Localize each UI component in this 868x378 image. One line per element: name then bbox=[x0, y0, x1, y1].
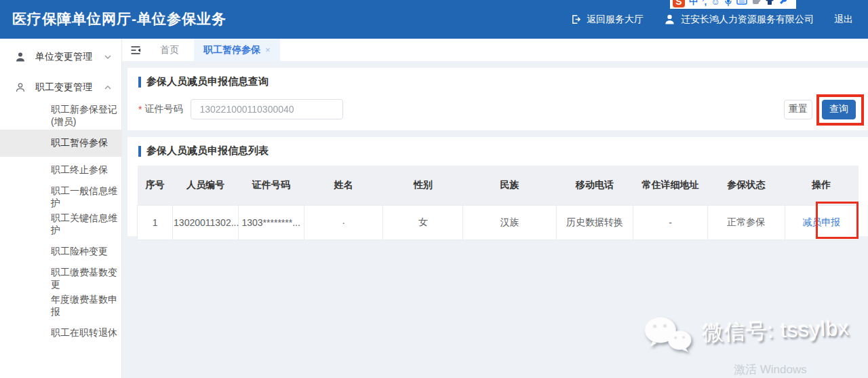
exit-door-icon bbox=[571, 14, 581, 24]
user-icon bbox=[664, 14, 675, 25]
punctuation-icon[interactable]: ’, bbox=[702, 0, 707, 9]
cell-ethnic: 汉族 bbox=[463, 206, 556, 240]
col-id-no: 证件号码 bbox=[238, 166, 304, 206]
wechat-icon bbox=[642, 313, 695, 357]
query-panel: 参保人员减员申报信息查询 * 证件号码 重置 查询 bbox=[127, 68, 868, 130]
required-mark: * bbox=[138, 104, 142, 115]
col-person-no: 人员编号 bbox=[173, 166, 239, 206]
section-bar-icon bbox=[138, 146, 141, 157]
sidebar-menu: 单位变更管理 职工变更管理 职工新参保登记(增员) 职工暂停参保 职工终止参保 … bbox=[0, 39, 121, 342]
wechat-watermark: 微信号: tssylbx bbox=[642, 307, 850, 357]
tab-home[interactable]: 首页 bbox=[160, 44, 179, 56]
col-ethnic: 民族 bbox=[463, 166, 556, 206]
declare-list-table: 序号 人员编号 证件号码 姓名 性别 民族 移动电话 常住详细地址 参保状态 操… bbox=[137, 166, 859, 240]
search-button[interactable]: 查询 bbox=[822, 100, 856, 119]
col-gender: 性别 bbox=[383, 166, 463, 206]
person-outline-icon bbox=[15, 82, 26, 93]
close-tab-icon[interactable]: × bbox=[265, 45, 271, 55]
table-row: 1 13020011302... 1303********... · 女 汉族 … bbox=[138, 206, 859, 240]
cell-gender: 女 bbox=[383, 206, 463, 240]
app-window: 医疗保障单位网厅-单位参保业务 返回服务大厅 迁安长鸿人力资源服务有限公司 退出… bbox=[0, 0, 868, 378]
emoji-icon[interactable]: ☺ bbox=[711, 0, 719, 9]
tab-suspend-insurance[interactable]: 职工暂停参保 × bbox=[194, 39, 280, 61]
microphone-icon[interactable] bbox=[724, 0, 732, 9]
company-name: 迁安长鸿人力资源服务有限公司 bbox=[681, 14, 814, 26]
cell-seq: 1 bbox=[138, 206, 173, 240]
col-seq: 序号 bbox=[138, 166, 173, 206]
query-form-row: * 证件号码 重置 查询 bbox=[138, 99, 856, 119]
wrench-icon[interactable] bbox=[778, 0, 788, 9]
list-panel: 参保人员减员申报信息列表 序号 人员编号 证件号码 姓名 性别 民族 移动电话 … bbox=[127, 137, 868, 236]
keyboard-icon[interactable] bbox=[736, 0, 747, 9]
windows-activate-watermark: 激活 Windows bbox=[734, 362, 807, 377]
col-mobile: 移动电话 bbox=[556, 166, 633, 206]
col-address: 常住详细地址 bbox=[633, 166, 707, 206]
cell-person-no: 13020011302... bbox=[173, 206, 239, 240]
query-section-title: 参保人员减员申报信息查询 bbox=[127, 68, 868, 88]
sidebar-item-key-info[interactable]: 职工关键信息维护 bbox=[0, 211, 121, 238]
cell-mobile: 历史数据转换 bbox=[556, 206, 633, 240]
skin-icon[interactable] bbox=[765, 0, 774, 9]
chevron-up-icon bbox=[104, 83, 112, 92]
col-action: 操作 bbox=[785, 166, 859, 206]
account-menu[interactable]: 迁安长鸿人力资源服务有限公司 bbox=[664, 14, 814, 26]
cell-name: · bbox=[304, 206, 383, 240]
menu-fold-icon[interactable] bbox=[130, 45, 141, 56]
sidebar-item-new-enrollment[interactable]: 职工新参保登记(增员) bbox=[0, 102, 121, 130]
sidebar-item-annual-base-declare[interactable]: 年度缴费基数申报 bbox=[0, 292, 121, 320]
tab-bar: 首页 职工暂停参保 × bbox=[122, 39, 868, 61]
person-filled-icon bbox=[15, 52, 26, 62]
sidebar-item-suspend-insurance[interactable]: 职工暂停参保 bbox=[0, 130, 121, 157]
table-header-row: 序号 人员编号 证件号码 姓名 性别 民族 移动电话 常住详细地址 参保状态 操… bbox=[138, 166, 859, 206]
sidebar-group-unit-change[interactable]: 单位变更管理 bbox=[0, 41, 121, 72]
sidebar-item-payment-base-change[interactable]: 职工缴费基数变更 bbox=[0, 265, 121, 292]
sidebar-item-terminate-insurance[interactable]: 职工终止参保 bbox=[0, 157, 121, 184]
sidebar-group-employee-change[interactable]: 职工变更管理 bbox=[0, 72, 121, 102]
col-status: 参保状态 bbox=[707, 166, 785, 206]
reduce-declare-link[interactable]: 减员申报 bbox=[785, 206, 859, 240]
id-number-input[interactable] bbox=[191, 99, 343, 119]
col-name: 姓名 bbox=[304, 166, 383, 206]
id-number-label: 证件号码 bbox=[144, 103, 182, 115]
reset-button[interactable]: 重置 bbox=[784, 100, 812, 119]
sidebar-item-insurance-type-change[interactable]: 职工险种变更 bbox=[0, 238, 121, 265]
cell-address: - bbox=[633, 206, 707, 240]
chevron-down-icon bbox=[104, 53, 112, 61]
page-title: 医疗保障单位网厅-单位参保业务 bbox=[12, 10, 226, 29]
list-section-title: 参保人员减员申报信息列表 bbox=[127, 137, 868, 157]
cell-id-no: 1303********... bbox=[238, 206, 304, 240]
handwriting-icon[interactable] bbox=[751, 0, 761, 9]
sidebar-item-retire-transfer[interactable]: 职工在职转退休 bbox=[0, 320, 121, 342]
wechat-id-text: 微信号: tssylbx bbox=[702, 314, 850, 348]
sidebar-item-general-info[interactable]: 职工一般信息维护 bbox=[0, 184, 121, 211]
cell-status: 正常参保 bbox=[707, 206, 785, 240]
section-bar-icon bbox=[138, 77, 141, 88]
sogou-logo-icon[interactable]: S bbox=[673, 0, 685, 7]
chinese-mode-icon[interactable]: 中 bbox=[689, 0, 698, 9]
ime-toolbar[interactable]: S 中 ’, ☺ bbox=[670, 0, 796, 9]
back-to-hall-button[interactable]: 返回服务大厅 bbox=[571, 14, 644, 26]
logout-button[interactable]: 退出 bbox=[834, 14, 853, 26]
sidebar: 单位变更管理 职工变更管理 职工新参保登记(增员) 职工暂停参保 职工终止参保 … bbox=[0, 39, 122, 378]
